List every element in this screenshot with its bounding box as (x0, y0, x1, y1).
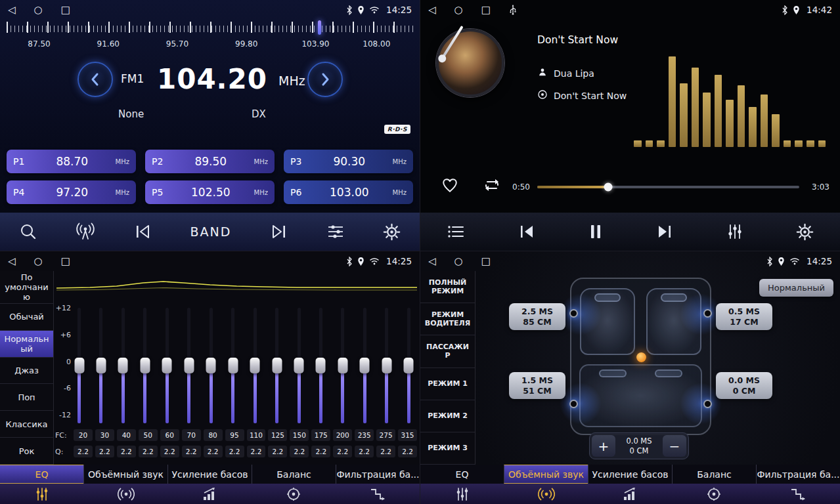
eq-band-slider[interactable] (381, 308, 392, 423)
eq-slider-handle[interactable] (360, 358, 370, 373)
mode-passenger[interactable]: ПАССАЖИР (420, 335, 475, 368)
back-icon[interactable]: ◁ (8, 257, 16, 266)
eq-preset-jazz[interactable]: Джаз (0, 358, 53, 385)
tab-bass-boost[interactable]: Усиление басов (588, 465, 672, 484)
mode-3[interactable]: РЕЖИМ 3 (420, 432, 475, 465)
mode-2[interactable]: РЕЖИМ 2 (420, 400, 475, 432)
eq-slider-handle[interactable] (272, 358, 282, 373)
tab-bass-boost[interactable]: Усиление басов (167, 465, 252, 484)
frequency-pointer[interactable] (318, 20, 321, 35)
listening-position-dot[interactable] (636, 352, 646, 362)
increase-delay-button[interactable]: + (592, 435, 615, 457)
tab-eq[interactable]: EQ (0, 465, 83, 484)
tuner-settings-icon[interactable] (326, 224, 345, 240)
rear-right-delay-card[interactable]: 0.0 MS 0 CM (716, 372, 772, 399)
recents-icon[interactable]: □ (481, 5, 491, 15)
seek-down-button[interactable] (77, 62, 113, 97)
eq-preset-pop[interactable]: Поп (0, 384, 53, 411)
tab-eq[interactable]: EQ (420, 465, 504, 484)
front-right-delay-card[interactable]: 0.5 MS 17 CM (716, 303, 772, 330)
back-icon[interactable]: ◁ (428, 5, 436, 15)
progress-thumb[interactable] (604, 183, 612, 192)
eq-preset-custom[interactable]: Обычай (0, 304, 53, 331)
previous-track-icon[interactable] (518, 223, 536, 240)
tab-surround[interactable]: Объёмный звук (504, 465, 588, 484)
eq-band-slider[interactable] (74, 308, 85, 423)
tab-filter[interactable]: Фильтрация ба... (756, 465, 840, 484)
eq-slider-handle[interactable] (206, 358, 216, 373)
eq-band-slider[interactable] (403, 308, 414, 423)
seek-up-button[interactable] (307, 62, 343, 97)
eq-slider-handle[interactable] (96, 358, 106, 373)
settings-gear-icon[interactable] (796, 223, 814, 241)
tab-balance[interactable]: Баланс (672, 465, 756, 484)
eq-preset-classic[interactable]: Классика (0, 411, 53, 438)
eq-preset-rock[interactable]: Рок (0, 438, 53, 465)
previous-station-icon[interactable] (133, 223, 152, 240)
bass-boost-icon[interactable] (588, 484, 673, 504)
home-icon[interactable]: ○ (34, 257, 43, 266)
sound-preset-badge[interactable]: Нормальный (759, 279, 833, 297)
bass-boost-icon[interactable] (168, 484, 252, 504)
eq-icon[interactable] (0, 484, 84, 504)
home-icon[interactable]: ○ (454, 5, 463, 15)
eq-slider-handle[interactable] (294, 358, 304, 373)
eq-slider-handle[interactable] (228, 358, 238, 373)
balance-icon[interactable] (672, 484, 756, 504)
surround-icon[interactable] (84, 484, 168, 504)
eq-icon[interactable] (420, 484, 504, 504)
recents-icon[interactable]: □ (61, 5, 70, 15)
recents-icon[interactable]: □ (481, 257, 491, 266)
preset-p5[interactable]: P5 102.50 MHz (145, 180, 275, 204)
eq-slider-handle[interactable] (118, 358, 128, 373)
back-icon[interactable]: ◁ (428, 257, 436, 266)
settings-gear-icon[interactable] (383, 223, 401, 241)
home-icon[interactable]: ○ (454, 257, 463, 266)
eq-slider-handle[interactable] (404, 358, 414, 373)
eq-band-slider[interactable] (139, 308, 150, 423)
home-icon[interactable]: ○ (34, 5, 43, 15)
preset-p6[interactable]: P6 103.00 MHz (284, 180, 413, 204)
eq-band-slider[interactable] (294, 308, 305, 423)
eq-band-slider[interactable] (271, 308, 282, 423)
broadcast-icon[interactable] (76, 222, 95, 241)
eq-band-slider[interactable] (183, 308, 194, 423)
playlist-icon[interactable] (447, 224, 465, 240)
preset-p1[interactable]: P1 88.70 MHz (7, 150, 136, 173)
band-button[interactable]: BAND (190, 224, 232, 239)
eq-slider-handle[interactable] (184, 358, 194, 373)
eq-slider-handle[interactable] (250, 358, 260, 373)
eq-band-slider[interactable] (315, 308, 326, 423)
surround-icon[interactable] (504, 484, 588, 504)
eq-band-slider[interactable] (337, 308, 348, 423)
tab-filter[interactable]: Фильтрация ба... (336, 465, 420, 484)
mixer-icon[interactable] (726, 223, 743, 240)
mode-driver[interactable]: РЕЖИМ ВОДИТЕЛЯ (420, 303, 475, 335)
eq-slider-handle[interactable] (382, 358, 391, 373)
eq-slider-handle[interactable] (338, 358, 347, 373)
rear-left-delay-card[interactable]: 1.5 MS 51 CM (509, 372, 565, 399)
eq-preset-normal[interactable]: Нормальный (0, 331, 53, 358)
repeat-icon[interactable] (483, 178, 501, 195)
preset-p4[interactable]: P4 97.20 MHz (7, 180, 136, 204)
eq-slider-handle[interactable] (74, 358, 84, 373)
mode-full[interactable]: ПОЛНЫЙ РЕЖИМ (420, 271, 475, 303)
front-left-delay-card[interactable]: 2.5 MS 85 CM (509, 303, 565, 330)
mode-1[interactable]: РЕЖИМ 1 (420, 368, 475, 400)
eq-band-slider[interactable] (162, 308, 173, 423)
preset-p3[interactable]: P3 90.30 MHz (284, 150, 413, 173)
recents-icon[interactable]: □ (61, 257, 70, 266)
next-track-icon[interactable] (655, 223, 674, 240)
eq-band-slider[interactable] (95, 308, 106, 423)
eq-slider-handle[interactable] (162, 358, 172, 373)
progress-bar[interactable] (537, 186, 799, 188)
favorite-heart-icon[interactable] (441, 177, 458, 196)
scan-icon[interactable] (19, 222, 37, 241)
eq-slider-handle[interactable] (316, 358, 326, 373)
back-icon[interactable]: ◁ (8, 5, 16, 15)
eq-slider-handle[interactable] (140, 358, 150, 373)
eq-band-slider[interactable] (250, 308, 261, 423)
eq-band-slider[interactable] (118, 308, 129, 423)
filter-icon[interactable] (336, 484, 420, 504)
eq-band-slider[interactable] (206, 308, 217, 423)
